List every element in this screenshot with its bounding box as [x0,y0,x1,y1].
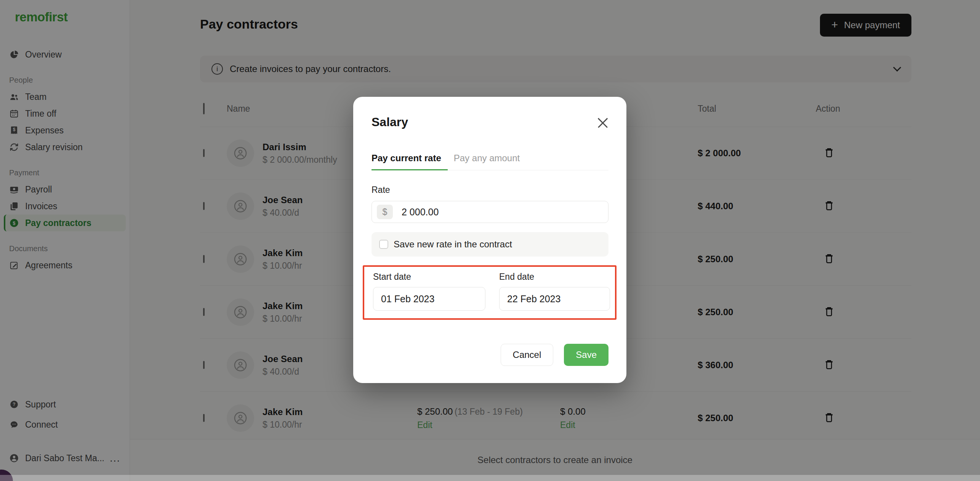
tab-pay-current-rate[interactable]: Pay current rate [372,153,441,170]
save-rate-panel: Save new rate in the contract [372,232,608,257]
cancel-button[interactable]: Cancel [501,344,554,366]
start-date-label: Start date [373,272,485,282]
dates-highlight-box: Start date 01 Feb 2023 End date 22 Feb 2… [363,265,617,320]
save-button[interactable]: Save [564,344,608,366]
salary-modal: Salary Pay current ratePay any amount Ra… [353,97,626,383]
currency-chip: $ [377,205,393,219]
start-date-input[interactable]: 01 Feb 2023 [373,287,485,311]
rate-value: 2 000.00 [402,207,439,218]
rate-label: Rate [372,185,608,195]
close-icon[interactable] [597,117,608,129]
end-date-value: 22 Feb 2023 [507,293,560,305]
horizontal-scrollbar[interactable] [0,475,980,481]
rate-input[interactable]: $ 2 000.00 [372,201,608,223]
end-date-input[interactable]: 22 Feb 2023 [499,287,610,311]
save-rate-checkbox[interactable] [379,240,388,249]
modal-title: Salary [372,115,408,129]
end-date-label: End date [499,272,610,282]
start-date-value: 01 Feb 2023 [381,293,434,305]
modal-tabs: Pay current ratePay any amount [372,153,608,170]
tab-pay-any-amount[interactable]: Pay any amount [454,153,520,170]
save-rate-label: Save new rate in the contract [394,239,512,250]
